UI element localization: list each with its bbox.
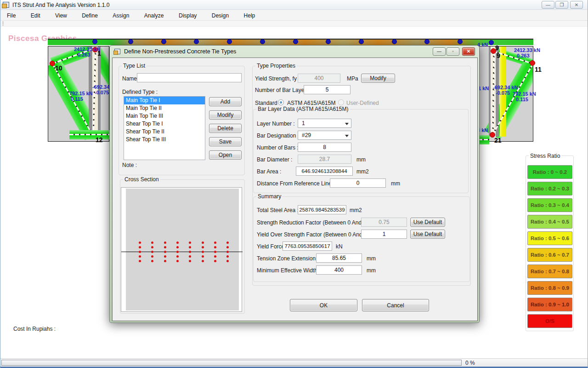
list-item[interactable]: Shear Top Tie III [124, 136, 205, 144]
bar-designation-select[interactable]: #29 [298, 131, 351, 140]
yield-strength-field: 400 [298, 74, 340, 83]
stress-ratio-button-os[interactable]: O/S [527, 314, 572, 328]
menu-item-edit[interactable]: Edit [24, 11, 47, 21]
group-bar-layer-data-label: Bar Layer Data (ASTM A615/A615M) [256, 106, 350, 112]
yield-force-field[interactable]: 7763.09535850617 [283, 242, 332, 251]
distance-label: Distance From Reference Line : [257, 180, 334, 187]
rebar-dot [139, 242, 141, 244]
stress-ratio-button-4[interactable]: Ratio : 0.4 ~ 0.5 [527, 215, 572, 229]
radio-user-defined-label: User-Defined [346, 100, 379, 106]
bar-designation-label: Bar Designation : [257, 132, 299, 139]
srf-use-default-button[interactable]: Use Default [410, 218, 445, 227]
min-effective-width-field[interactable]: 400 [316, 265, 362, 275]
gripper-icon[interactable] [2, 22, 4, 26]
dialog-titlebar[interactable]: Define Non-Prestressed Concrete Tie Type… [110, 46, 479, 58]
rebar-dot [214, 246, 216, 248]
rebar-dot [202, 255, 204, 258]
rebar-dot [214, 255, 216, 258]
menu-item-assign[interactable]: Assign [106, 11, 136, 21]
node-dot [489, 40, 494, 45]
tension-zone-field[interactable]: 85.65 [316, 253, 362, 263]
dialog-close-button[interactable]: ✕ [462, 47, 475, 56]
radio-astm-label[interactable]: ASTM A615/A615M [287, 100, 335, 106]
ratio-label: -0.075 [496, 90, 510, 96]
node-dot [128, 39, 133, 44]
menu-item-file[interactable]: File [0, 11, 22, 21]
save-button[interactable]: Save [209, 137, 242, 146]
chevron-down-icon [345, 123, 349, 125]
bottom-chord-right [478, 135, 489, 144]
force-label: -692.34 kN [493, 85, 518, 90]
rebar-dot [176, 246, 179, 248]
defined-type-listbox[interactable]: Main Top Tie I Main Top Tie II Main Top … [124, 96, 205, 160]
ratio-label: 0.263 [517, 53, 530, 58]
number-of-bars-label: Number of Bars : [257, 144, 299, 151]
node-number: 9 [497, 52, 500, 59]
total-steel-area-field[interactable]: 25876.9845283539 [298, 205, 346, 214]
dialog-client-area: Type List Name : Defined Type : Main Top… [112, 58, 478, 321]
node-number: 9 [495, 44, 499, 52]
yosf-use-default-button[interactable]: Use Default [410, 230, 445, 239]
list-item[interactable]: Shear Top Tie I [124, 120, 205, 128]
group-type-list-label: Type List [122, 63, 147, 69]
close-button[interactable]: ✕ [570, 1, 583, 9]
bottom-chord-left [69, 130, 109, 139]
node-dot [161, 39, 166, 44]
total-steel-area-unit: mm2 [350, 207, 362, 213]
layer-number-value: 1 [302, 120, 305, 126]
menu-item-help[interactable]: Help [237, 11, 262, 21]
total-steel-area-label: Total Steel Area : [257, 207, 299, 213]
yosf-field[interactable]: 1 [361, 230, 407, 239]
modify-yield-button[interactable]: Modify [361, 74, 395, 83]
bar-area-field[interactable]: 646.924613208844 [296, 167, 353, 176]
name-input[interactable] [137, 73, 242, 82]
distance-field[interactable]: 0 [330, 178, 386, 188]
stress-ratio-button-9[interactable]: Ratio : 0.9 ~ 1.0 [527, 298, 572, 311]
node-dot [260, 39, 265, 44]
modify-button[interactable]: Modify [209, 110, 242, 120]
rebar-dot [164, 260, 166, 262]
rebar-dot [164, 255, 166, 258]
list-item[interactable]: Main Top Tie II [124, 104, 205, 112]
list-item[interactable]: Main Top Tie I [124, 97, 205, 104]
distance-unit: mm [391, 180, 400, 187]
node-dot [359, 39, 364, 44]
ratio-label: 0.115 [516, 97, 528, 102]
rebar-dot [214, 260, 216, 262]
ok-button[interactable]: OK [290, 299, 357, 311]
bar-layer-count-field[interactable]: 5 [304, 85, 351, 94]
app-icon [3, 2, 9, 8]
open-button[interactable]: Open [209, 150, 242, 160]
radio-astm[interactable] [278, 99, 284, 105]
list-item[interactable]: Shear Top Tie II [124, 128, 205, 136]
stress-ratio-button-6[interactable]: Ratio : 0.6 ~ 0.7 [527, 248, 572, 262]
stress-ratio-button-7[interactable]: Ratio : 0.7 ~ 0.8 [527, 264, 572, 278]
stress-ratio-button-3[interactable]: Ratio : 0.3 ~ 0.4 [527, 198, 572, 212]
menu-item-view[interactable]: View [49, 11, 74, 21]
bar-diameter-unit: mm [356, 156, 366, 163]
delete-button[interactable]: Delete [209, 124, 242, 133]
dialog-maximize-button[interactable]: ▫ [447, 47, 459, 56]
layer-number-select[interactable]: 1 [298, 119, 351, 128]
dialog-title: Define Non-Prestressed Concrete Tie Type… [124, 48, 236, 55]
layer-number-label: Layer Number : [257, 121, 295, 127]
stress-ratio-button-1[interactable]: Ratio : 0 ~ 0.2 [527, 165, 572, 179]
node-dot [530, 60, 535, 66]
yield-strength-label: Yield Strength, fy : [255, 75, 300, 82]
menu-item-analyze[interactable]: Analyze [138, 11, 170, 21]
stress-ratio-button-5[interactable]: Ratio : 0.5 ~ 0.6 [527, 231, 572, 245]
add-button[interactable]: Add [209, 97, 242, 106]
stress-ratio-button-2[interactable]: Ratio : 0.2 ~ 0.3 [527, 182, 572, 196]
window-titlebar[interactable]: ITS Strut And Tie Analysis Version 1.1.0… [0, 0, 588, 10]
restore-button[interactable]: ❐ [555, 1, 568, 9]
stress-ratio-button-8[interactable]: Ratio : 0.8 ~ 0.9 [527, 281, 572, 295]
dialog-minimize-button[interactable]: — [433, 47, 446, 56]
list-item[interactable]: Main Top Tie III [124, 112, 205, 120]
cancel-button[interactable]: Cancel [362, 299, 429, 311]
node-number: 12 [96, 136, 103, 144]
minimize-button[interactable]: — [542, 1, 554, 9]
menu-item-display[interactable]: Display [172, 11, 203, 21]
menu-item-define[interactable]: Define [75, 11, 104, 21]
number-of-bars-field[interactable]: 8 [298, 143, 351, 152]
menu-item-design[interactable]: Design [205, 11, 235, 21]
